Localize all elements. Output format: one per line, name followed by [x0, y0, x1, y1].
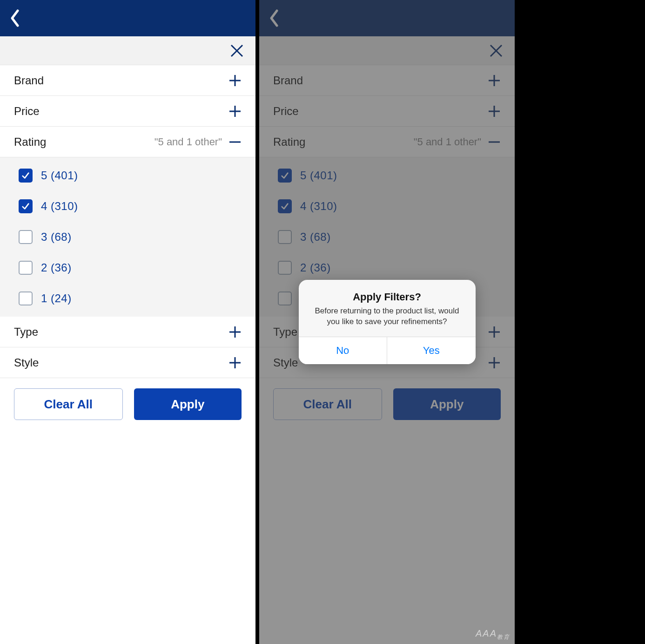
alert-body: Apply Filters? Before returning to the p… [299, 280, 476, 337]
rating-option-3[interactable]: 3 (68) [0, 222, 255, 252]
alert-title: Apply Filters? [310, 291, 464, 303]
option-label: 1 (24) [41, 292, 72, 305]
filter-row-rating[interactable]: Rating "5 and 1 other" [0, 127, 255, 157]
plus-icon [228, 105, 242, 118]
filter-label: Brand [14, 74, 228, 87]
filter-label: Price [14, 105, 228, 118]
alert-actions: No Yes [299, 337, 476, 364]
filter-row-brand[interactable]: Brand [0, 65, 255, 96]
alert-yes-button[interactable]: Yes [387, 337, 476, 364]
rating-option-5[interactable]: 5 (401) [0, 160, 255, 191]
filters-panel-left: Brand Price Rating "5 and 1 other" 5 (40… [0, 0, 255, 644]
apply-button[interactable]: Apply [134, 388, 242, 420]
option-label: 3 (68) [41, 230, 72, 244]
option-label: 4 (310) [41, 200, 78, 213]
nav-bar [0, 0, 255, 36]
close-icon[interactable] [229, 43, 244, 58]
filters-header [0, 36, 255, 65]
filter-label: Rating [14, 136, 155, 149]
filler [0, 430, 255, 644]
plus-icon [228, 325, 242, 339]
filter-summary: "5 and 1 other" [155, 136, 222, 148]
plus-icon [228, 74, 242, 87]
checkbox-icon [19, 261, 33, 275]
filter-row-price[interactable]: Price [0, 96, 255, 127]
plus-icon [228, 356, 242, 369]
extra-space [515, 0, 645, 644]
modal-overlay[interactable]: Apply Filters? Before returning to the p… [259, 0, 515, 644]
checkbox-icon [19, 169, 33, 183]
filter-row-style[interactable]: Style [0, 347, 255, 378]
checkbox-icon [19, 199, 33, 213]
option-label: 5 (401) [41, 169, 78, 182]
rating-options: 5 (401) 4 (310) 3 (68) 2 (36) 1 (24) [0, 157, 255, 317]
back-icon[interactable] [9, 9, 20, 27]
option-label: 2 (36) [41, 261, 72, 274]
alert-message: Before returning to the product list, wo… [310, 306, 464, 327]
apply-filters-alert: Apply Filters? Before returning to the p… [299, 280, 476, 364]
button-bar: Clear All Apply [0, 378, 255, 430]
filters-panel-right-wrapper: Brand Price Rating "5 and 1 other" 5 (40… [259, 0, 515, 644]
minus-icon [228, 136, 242, 149]
checkbox-icon [19, 291, 33, 305]
rating-option-1[interactable]: 1 (24) [0, 283, 255, 314]
rating-option-2[interactable]: 2 (36) [0, 252, 255, 283]
clear-all-button[interactable]: Clear All [14, 388, 123, 420]
filter-label: Style [14, 356, 228, 369]
filter-label: Type [14, 325, 228, 339]
rating-option-4[interactable]: 4 (310) [0, 191, 255, 222]
checkbox-icon [19, 230, 33, 244]
filter-row-type[interactable]: Type [0, 317, 255, 347]
alert-no-button[interactable]: No [299, 337, 387, 364]
